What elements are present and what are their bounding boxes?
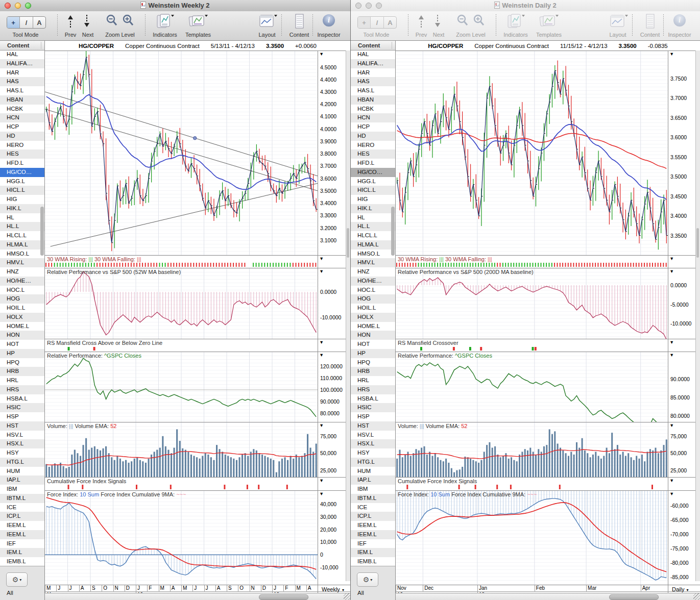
list-item[interactable]: HIG (0, 195, 44, 204)
list-item[interactable]: IBM (0, 485, 44, 494)
list-item[interactable]: HRL (0, 376, 44, 385)
list-item[interactable]: HNZ (0, 267, 44, 277)
list-item[interactable]: HRB (351, 367, 395, 376)
list-item[interactable]: HAS.L (0, 86, 44, 95)
list-item[interactable]: HAS (351, 77, 395, 86)
list-item[interactable]: HST (0, 421, 44, 431)
list-item[interactable]: HL.L (351, 222, 395, 231)
list-item[interactable]: HICL.L (351, 186, 395, 195)
list-item[interactable]: HUM (0, 467, 44, 476)
panel-menu-arrow[interactable]: ▾ (670, 422, 699, 428)
relative-performance-plot[interactable]: Relative Performance vs S&P 500 (200D MA… (396, 268, 668, 339)
panel-menu-arrow[interactable]: ▾ (320, 255, 349, 261)
list-item[interactable]: HCBK (351, 105, 395, 114)
list-item[interactable]: HFD.L (0, 159, 44, 168)
list-item[interactable]: HFD.L (351, 159, 395, 168)
list-item[interactable]: IEM.L (351, 548, 395, 557)
horizontal-scrollbar[interactable] (396, 593, 700, 600)
list-item[interactable]: HGG.L (351, 177, 395, 186)
list-item[interactable]: HLMA.L (351, 240, 395, 249)
list-item[interactable]: HRS (351, 385, 395, 394)
vertical-scrollbar[interactable] (346, 51, 350, 581)
list-item[interactable]: HG/CO… (0, 168, 44, 177)
list-item[interactable]: HLCL.L (0, 231, 44, 240)
list-item[interactable]: IEEM.L (351, 521, 395, 530)
list-item[interactable]: HALIFA… (351, 59, 395, 68)
tool-line-button[interactable]: / (371, 17, 383, 28)
list-item[interactable]: ICE (0, 503, 44, 512)
list-item[interactable]: HCP (351, 122, 395, 132)
list-item[interactable]: HMSO.L (351, 249, 395, 259)
sidebar-scrollbar[interactable] (391, 207, 395, 256)
list-item[interactable]: HOME.L (0, 322, 44, 331)
list-item[interactable]: HON (351, 331, 395, 340)
list-item[interactable]: HES (0, 149, 44, 159)
mansfield-signals-plot[interactable]: RS Mansfield Cross Above or Below Zero L… (45, 339, 318, 352)
list-item[interactable]: HMV.L (0, 258, 44, 267)
titlebar[interactable]: Weinstein Weekly 2 (0, 0, 350, 12)
panel-menu-arrow[interactable]: ▾ (320, 490, 349, 496)
list-item[interactable]: HSP (0, 412, 44, 421)
list-item[interactable]: IEF (351, 539, 395, 548)
gspc-relative-plot[interactable]: Relative Performance: ^GSPC Closes (396, 352, 668, 422)
list-item[interactable]: HOG (351, 294, 395, 304)
list-item[interactable]: IEMB.L (0, 557, 44, 566)
indicators-icon[interactable] (506, 13, 525, 32)
panel-menu-arrow[interactable]: ▾ (320, 268, 349, 274)
list-item[interactable]: HSX.L (0, 439, 44, 448)
list-item[interactable]: HD (0, 132, 44, 141)
list-item[interactable]: HO/HE… (0, 277, 44, 286)
force-index-plot[interactable]: Force Index: 10 Sum Force Index Cumulati… (45, 491, 318, 585)
list-item[interactable]: ICP.L (351, 512, 395, 521)
list-item[interactable]: HLMA.L (0, 240, 44, 249)
titlebar[interactable]: Weinstein Daily 2 (351, 0, 700, 12)
tool-text-button[interactable]: A (384, 17, 396, 28)
gspc-relative-plot[interactable]: Relative Performance: ^GSPC Closes (45, 352, 318, 422)
zoom-out-button[interactable] (456, 13, 469, 30)
indicators-icon[interactable] (155, 13, 175, 32)
next-button[interactable] (433, 13, 442, 31)
list-item[interactable]: HCN (351, 113, 395, 122)
list-item[interactable]: HAL (351, 50, 395, 59)
zoom-in-button[interactable] (472, 13, 486, 30)
resize-grip[interactable] (693, 593, 700, 600)
list-item[interactable]: HSX.L (351, 439, 395, 448)
list-item[interactable]: HCP (0, 122, 44, 132)
inspector-icon[interactable]: i (323, 14, 335, 27)
list-item[interactable]: HRS (0, 385, 44, 394)
list-item[interactable]: HAR (0, 68, 44, 78)
list-item[interactable]: HON (0, 331, 44, 340)
wma-strip-plot[interactable]: 30 WMA Rising: ||| 30 WMA Falling: ||| (396, 256, 668, 268)
list-item[interactable]: HERO (0, 141, 44, 150)
panel-menu-arrow[interactable]: ▾ (320, 352, 349, 358)
scrollbar-thumb[interactable] (609, 594, 659, 600)
templates-icon[interactable] (188, 13, 208, 32)
list-item[interactable]: HOC.L (0, 286, 44, 295)
list-item[interactable]: IBTM.L (0, 494, 44, 503)
list-item[interactable]: HICL.L (0, 186, 44, 195)
list-item[interactable]: HAS (0, 77, 44, 86)
list-item[interactable]: HMV.L (351, 258, 395, 267)
list-item[interactable]: HIK.L (351, 204, 395, 213)
force-signals-plot[interactable]: Cumulative Force Index Signals (45, 478, 318, 490)
price-plot[interactable] (396, 51, 668, 255)
tool-text-button[interactable]: A (33, 17, 45, 28)
list-item[interactable]: HOT (351, 340, 395, 349)
sidebar-scrollbar[interactable] (40, 207, 44, 256)
volume-plot[interactable]: Volume: ||| Volume EMA: 52 (396, 422, 668, 477)
list-item[interactable]: HPQ (0, 358, 44, 367)
list-item[interactable]: HD (351, 132, 395, 141)
content-icon[interactable] (294, 13, 305, 32)
list-item[interactable]: HSIC (0, 403, 44, 412)
list-item[interactable]: IBM (351, 485, 395, 494)
layout-icon[interactable] (258, 13, 279, 32)
list-item[interactable]: HOLX (351, 313, 395, 322)
panel-menu-arrow[interactable]: ▾ (320, 477, 349, 483)
list-item[interactable]: HCN (0, 113, 44, 122)
tool-move-button[interactable]: + (7, 17, 20, 28)
list-item[interactable]: HG/CO… (351, 168, 395, 177)
list-item[interactable]: HIK.L (0, 204, 44, 213)
list-item[interactable]: HOME.L (351, 322, 395, 331)
list-item[interactable]: IAP.L (351, 476, 395, 485)
inspector-icon[interactable]: i (673, 14, 686, 27)
